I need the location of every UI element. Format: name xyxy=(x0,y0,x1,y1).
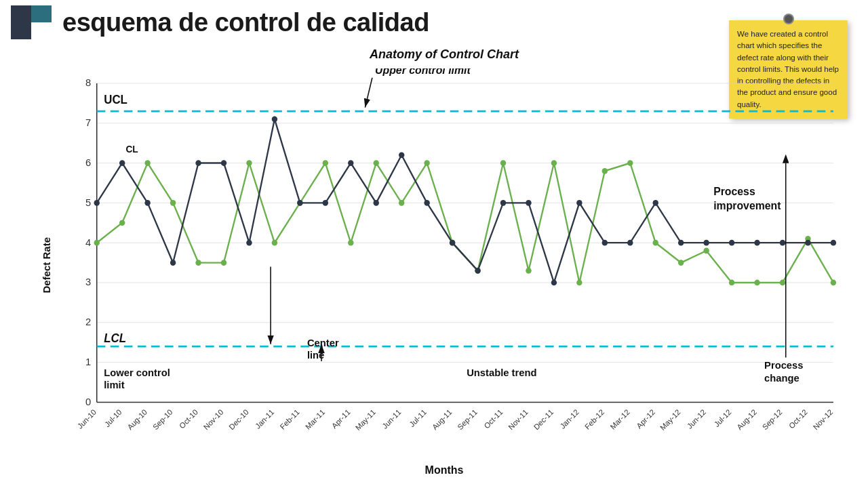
svg-point-107 xyxy=(678,240,684,246)
main-chart-svg: 012345678Jun-10Jul-10Aug-10Sep-10Oct-10N… xyxy=(61,68,848,462)
svg-text:1: 1 xyxy=(85,356,91,367)
svg-point-112 xyxy=(805,240,810,246)
svg-point-86 xyxy=(144,200,150,206)
svg-text:0: 0 xyxy=(85,396,91,407)
chart-title: Anatomy of Control Chart xyxy=(41,47,848,62)
svg-point-111 xyxy=(780,240,785,246)
svg-point-77 xyxy=(678,260,684,266)
svg-text:Dec-10: Dec-10 xyxy=(227,408,250,432)
svg-text:Feb-12: Feb-12 xyxy=(583,408,606,431)
svg-point-84 xyxy=(94,200,100,206)
svg-point-72 xyxy=(551,160,557,166)
svg-text:UCL: UCL xyxy=(104,93,127,106)
x-axis-label: Months xyxy=(41,464,848,476)
svg-point-56 xyxy=(144,160,150,166)
chart-area: Anatomy of Control Chart Defect Rate 012… xyxy=(41,47,848,468)
svg-text:Upper control limit: Upper control limit xyxy=(375,68,471,76)
svg-point-75 xyxy=(627,160,633,166)
svg-text:Dec-11: Dec-11 xyxy=(532,408,555,432)
svg-point-106 xyxy=(653,200,658,206)
svg-text:Apr-12: Apr-12 xyxy=(635,408,656,430)
svg-text:4: 4 xyxy=(85,236,91,247)
svg-text:Jun-12: Jun-12 xyxy=(686,408,707,430)
svg-text:Jul-11: Jul-11 xyxy=(408,408,428,429)
svg-text:Mar-12: Mar-12 xyxy=(609,408,631,431)
svg-text:8: 8 xyxy=(85,77,91,88)
svg-text:2: 2 xyxy=(85,316,91,327)
svg-point-100 xyxy=(500,200,506,206)
svg-point-73 xyxy=(576,280,582,286)
svg-point-83 xyxy=(831,280,836,286)
svg-text:Apr-11: Apr-11 xyxy=(330,408,352,430)
svg-point-99 xyxy=(475,268,480,274)
svg-text:5: 5 xyxy=(85,196,91,207)
svg-text:Oct-10: Oct-10 xyxy=(178,408,199,430)
logo-teal xyxy=(31,5,52,22)
svg-point-90 xyxy=(246,240,252,246)
svg-text:Aug-12: Aug-12 xyxy=(735,408,758,432)
svg-point-101 xyxy=(526,200,531,206)
svg-point-102 xyxy=(551,280,557,286)
svg-point-70 xyxy=(500,160,506,166)
logo xyxy=(11,5,52,39)
svg-text:Oct-12: Oct-12 xyxy=(787,408,809,430)
svg-point-95 xyxy=(374,200,379,206)
svg-text:3: 3 xyxy=(85,276,91,287)
y-axis-label: Defect Rate xyxy=(41,237,61,293)
svg-point-74 xyxy=(602,168,608,174)
svg-text:Center: Center xyxy=(307,337,339,348)
svg-point-85 xyxy=(119,160,125,166)
svg-text:Jan-11: Jan-11 xyxy=(254,408,275,430)
chart-inner: 012345678Jun-10Jul-10Aug-10Sep-10Oct-10N… xyxy=(61,68,848,462)
svg-point-92 xyxy=(297,200,302,206)
svg-text:Lower control: Lower control xyxy=(104,367,170,378)
svg-point-109 xyxy=(729,240,734,246)
svg-point-66 xyxy=(399,200,404,206)
svg-text:Jun-10: Jun-10 xyxy=(76,408,98,430)
svg-point-110 xyxy=(754,240,760,246)
svg-text:Process: Process xyxy=(713,184,755,197)
svg-text:Mar-11: Mar-11 xyxy=(304,408,326,431)
svg-text:Unstable trend: Unstable trend xyxy=(467,367,536,378)
svg-point-94 xyxy=(348,160,353,166)
svg-text:6: 6 xyxy=(85,157,91,168)
svg-text:Sep-11: Sep-11 xyxy=(456,408,479,432)
svg-point-78 xyxy=(703,248,709,254)
svg-text:Jan-12: Jan-12 xyxy=(559,408,580,430)
svg-point-108 xyxy=(703,240,709,246)
svg-text:Jul-12: Jul-12 xyxy=(713,408,733,429)
svg-text:Aug-11: Aug-11 xyxy=(431,408,454,432)
svg-point-91 xyxy=(272,116,277,122)
svg-text:Jun-11: Jun-11 xyxy=(380,408,402,430)
svg-text:Sep-10: Sep-10 xyxy=(151,408,174,432)
svg-point-55 xyxy=(119,220,125,226)
svg-text:change: change xyxy=(764,371,800,383)
svg-point-76 xyxy=(653,240,658,246)
svg-text:Nov-11: Nov-11 xyxy=(507,408,530,432)
svg-line-115 xyxy=(365,78,372,108)
svg-point-58 xyxy=(195,260,201,266)
svg-point-54 xyxy=(94,240,100,246)
svg-text:Nov-12: Nov-12 xyxy=(812,408,835,432)
svg-point-105 xyxy=(627,240,633,246)
svg-text:Sep-12: Sep-12 xyxy=(761,408,784,432)
svg-point-97 xyxy=(424,200,429,206)
svg-text:Nov-10: Nov-10 xyxy=(202,408,225,432)
svg-point-89 xyxy=(221,160,226,166)
svg-point-80 xyxy=(754,280,760,286)
svg-point-64 xyxy=(348,240,353,246)
svg-point-113 xyxy=(831,240,836,246)
svg-text:May-11: May-11 xyxy=(354,408,377,432)
svg-point-79 xyxy=(729,280,734,286)
svg-text:CL: CL xyxy=(125,144,138,155)
chart-wrap: Defect Rate 012345678Jun-10Jul-10Aug-10S… xyxy=(41,68,848,462)
svg-point-87 xyxy=(170,260,176,266)
svg-point-93 xyxy=(323,200,328,206)
page-title: esquema de control de calidad xyxy=(62,8,429,37)
svg-point-104 xyxy=(602,240,608,246)
svg-point-61 xyxy=(272,240,277,246)
svg-point-81 xyxy=(780,280,785,286)
svg-point-65 xyxy=(374,160,379,166)
svg-point-59 xyxy=(221,260,226,266)
svg-point-60 xyxy=(246,160,252,166)
